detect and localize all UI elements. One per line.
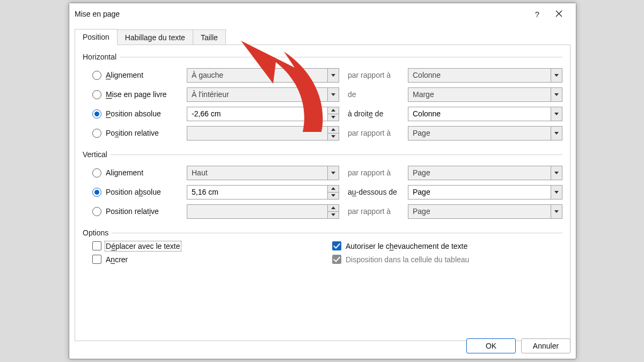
combo-v-alignment-input: [187, 166, 327, 180]
cancel-button[interactable]: Annuler: [521, 338, 570, 353]
label-h-relative-rel: par rapport à: [339, 129, 408, 137]
chevron-up-icon: [331, 128, 335, 131]
label-h-alignment-rel: par rapport à: [339, 71, 408, 79]
combo-h-book-input: [187, 87, 327, 102]
combo-h-relative-ref-input: [408, 126, 551, 141]
spinner-h-absolute-down[interactable]: [328, 114, 339, 121]
combo-h-relative-ref-dropdown[interactable]: [551, 126, 562, 141]
spinner-v-relative-down[interactable]: [328, 212, 339, 218]
group-horizontal: Horizontal Alignement: [83, 53, 562, 143]
radio-v-alignment-label: Alignement: [106, 168, 143, 177]
spinner-v-relative-up[interactable]: [328, 205, 339, 212]
label-h-book-rel: de: [339, 90, 408, 99]
label-v-relative-rel: par rapport à: [339, 207, 408, 216]
radio-v-relative[interactable]: Position relative: [92, 207, 187, 216]
radio-h-absolute[interactable]: Position absolue: [92, 109, 187, 119]
combo-v-absolute-ref-input: [408, 185, 551, 200]
combo-v-alignment-ref[interactable]: [408, 166, 562, 180]
group-horizontal-legend: Horizontal: [83, 53, 120, 61]
combo-h-alignment-input: [187, 68, 327, 83]
chevron-down-icon: [331, 213, 335, 216]
label-h-absolute-rel: à droite de: [339, 109, 408, 118]
combo-v-absolute-ref-dropdown[interactable]: [551, 185, 562, 200]
combo-h-book-ref-dropdown[interactable]: [551, 87, 562, 102]
radio-h-relative[interactable]: Position relative: [92, 129, 187, 138]
radio-v-absolute[interactable]: Position absolue: [92, 188, 187, 197]
spinner-v-absolute-input[interactable]: [187, 185, 327, 200]
chevron-down-icon: [554, 172, 559, 174]
radio-h-book[interactable]: Mise en page livre: [92, 90, 187, 99]
ok-button[interactable]: OK: [466, 338, 516, 353]
combo-h-book-dropdown[interactable]: [327, 87, 339, 102]
radio-h-alignment[interactable]: Alignement: [92, 71, 187, 80]
combo-h-book-ref[interactable]: [408, 87, 562, 102]
check-move-with-text-label: Déplacer avec le texte: [106, 242, 180, 250]
radio-h-book-label: Mise en page livre: [106, 90, 167, 99]
chevron-down-icon: [331, 135, 335, 138]
chevron-down-icon: [331, 74, 335, 77]
spinner-h-absolute[interactable]: [187, 107, 339, 121]
label-v-absolute-rel: au-dessous de: [339, 188, 408, 196]
chevron-down-icon: [554, 74, 559, 77]
check-lock-anchor[interactable]: Ancrer: [92, 255, 323, 264]
combo-v-alignment-ref-dropdown[interactable]: [551, 166, 562, 180]
combo-v-relative-ref-dropdown[interactable]: [551, 204, 562, 219]
chevron-up-icon: [331, 206, 335, 209]
combo-h-alignment-ref[interactable]: [408, 68, 562, 83]
combo-v-relative-ref[interactable]: [408, 204, 562, 219]
radio-h-relative-label: Position relative: [106, 129, 159, 137]
tab-position[interactable]: Position: [75, 29, 118, 45]
group-vertical-legend: Vertical: [83, 150, 111, 159]
spinner-v-absolute-up[interactable]: [328, 186, 339, 193]
combo-h-absolute-ref[interactable]: [408, 107, 562, 121]
spinner-h-relative-input: [187, 126, 327, 141]
tab-position-page: Horizontal Alignement: [75, 45, 570, 341]
radio-v-alignment[interactable]: Alignement: [92, 168, 187, 178]
combo-h-relative-ref[interactable]: [408, 126, 562, 141]
combo-h-alignment-dropdown[interactable]: [327, 68, 339, 83]
spinner-v-relative[interactable]: [187, 204, 339, 219]
combo-v-absolute-ref[interactable]: [408, 185, 562, 200]
radio-v-absolute-label: Position absolue: [106, 188, 161, 196]
check-allow-overlap[interactable]: Autoriser le chevauchement de texte: [332, 241, 562, 250]
chevron-down-icon: [331, 116, 335, 119]
group-options: Options Déplacer avec le texte Ancrer: [83, 228, 562, 264]
combo-h-book-ref-input: [408, 87, 551, 102]
tab-size[interactable]: Taille: [193, 29, 226, 45]
window-title: Mise en page: [75, 10, 526, 18]
combo-v-alignment-value[interactable]: [187, 166, 339, 180]
dialog-footer: OK Annuler: [466, 338, 570, 353]
combo-v-alignment-dropdown[interactable]: [327, 166, 339, 180]
check-allow-overlap-label: Autoriser le chevauchement de texte: [346, 242, 467, 250]
label-v-alignment-rel: par rapport à: [339, 168, 408, 177]
tabstrip: Position Habillage du texte Taille: [75, 28, 570, 45]
spinner-h-relative-up[interactable]: [328, 127, 339, 134]
combo-h-book-value[interactable]: [187, 87, 339, 102]
spinner-h-relative-down[interactable]: [328, 134, 339, 140]
spinner-h-relative[interactable]: [187, 126, 339, 141]
combo-h-alignment-ref-input: [408, 68, 551, 83]
check-move-with-text[interactable]: Déplacer avec le texte: [92, 241, 323, 250]
spinner-h-absolute-input[interactable]: [187, 107, 327, 121]
chevron-down-icon: [554, 113, 559, 115]
chevron-down-icon: [554, 191, 559, 194]
client-area: Position Habillage du texte Taille Horiz…: [75, 28, 570, 353]
radio-h-absolute-label: Position absolue: [106, 109, 161, 118]
spinner-v-absolute-down[interactable]: [328, 193, 339, 199]
tab-text-wrap[interactable]: Habillage du texte: [117, 29, 193, 45]
combo-h-alignment-ref-dropdown[interactable]: [551, 68, 562, 83]
check-lock-anchor-label: Ancrer: [106, 255, 128, 264]
chevron-down-icon: [554, 210, 559, 213]
check-layout-in-cell: Disposition dans la cellule du tableau: [332, 255, 562, 264]
chevron-down-icon: [331, 194, 335, 197]
close-button[interactable]: [548, 10, 569, 19]
help-button[interactable]: ?: [526, 10, 548, 19]
layout-dialog: Mise en page ? Position Habillage du tex…: [69, 3, 576, 359]
combo-h-alignment-value[interactable]: [187, 68, 339, 83]
spinner-h-absolute-up[interactable]: [328, 107, 339, 114]
radio-h-alignment-label: Alignement: [106, 71, 143, 79]
group-options-legend: Options: [83, 228, 112, 237]
combo-h-absolute-ref-dropdown[interactable]: [551, 107, 562, 121]
combo-v-alignment-ref-input: [408, 166, 551, 180]
spinner-v-absolute[interactable]: [187, 185, 339, 200]
